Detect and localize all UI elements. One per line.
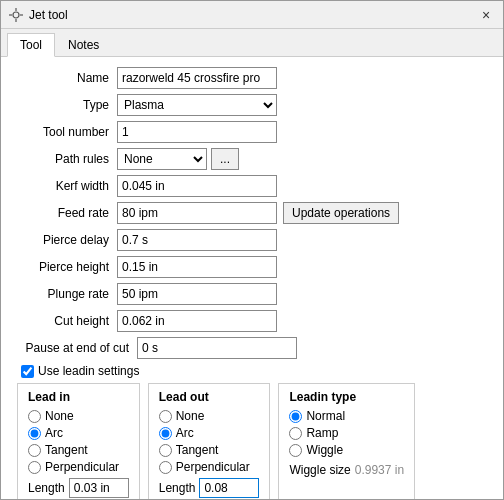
lead-out-perp-row: Perpendicular (159, 460, 260, 474)
kerf-width-input[interactable] (117, 175, 277, 197)
lead-in-none-row: None (28, 409, 129, 423)
tool-number-row: Tool number (17, 121, 487, 143)
lead-out-none-radio[interactable] (159, 410, 172, 423)
pierce-height-row: Pierce height (17, 256, 487, 278)
leadin-normal-row: Normal (289, 409, 404, 423)
pierce-delay-input[interactable] (117, 229, 277, 251)
leadin-ramp-label: Ramp (306, 426, 338, 440)
leadin-normal-label: Normal (306, 409, 345, 423)
pause-input[interactable] (137, 337, 297, 359)
path-rules-select[interactable]: None (117, 148, 207, 170)
lead-out-perpendicular-radio[interactable] (159, 461, 172, 474)
path-rules-dropdown-row: None ... (117, 148, 239, 170)
wiggle-size-value: 0.9937 in (355, 463, 404, 477)
type-select[interactable]: Plasma Laser Waterjet (117, 94, 277, 116)
lead-out-none-label: None (176, 409, 205, 423)
plunge-rate-input[interactable] (117, 283, 277, 305)
window-title: Jet tool (29, 8, 68, 22)
lead-out-arc-radio[interactable] (159, 427, 172, 440)
feed-rate-input[interactable] (117, 202, 277, 224)
lead-in-length-row: Length (28, 478, 129, 498)
lead-out-box: Lead out None Arc Tangent Perpendicular (148, 383, 271, 499)
wiggle-size-row: Wiggle size 0.9937 in (289, 463, 404, 477)
title-bar: Jet tool × (1, 1, 503, 29)
pierce-height-label: Pierce height (17, 260, 117, 274)
leadin-normal-radio[interactable] (289, 410, 302, 423)
lead-in-arc-label: Arc (45, 426, 63, 440)
feed-rate-label: Feed rate (17, 206, 117, 220)
pause-label: Pause at end of cut (17, 341, 137, 355)
tool-number-label: Tool number (17, 125, 117, 139)
jet-tool-icon (9, 8, 23, 22)
lead-in-box: Lead in None Arc Tangent Perpendicular (17, 383, 140, 499)
wiggle-size-label: Wiggle size (289, 463, 350, 477)
tool-number-input[interactable] (117, 121, 277, 143)
leadin-type-box: Leadin type Normal Ramp Wiggle Wiggle si… (278, 383, 415, 499)
form-content: Name Type Plasma Laser Waterjet Tool num… (1, 57, 503, 499)
lead-in-perpendicular-radio[interactable] (28, 461, 41, 474)
leadin-type-title: Leadin type (289, 390, 404, 404)
name-input[interactable] (117, 67, 277, 89)
leadin-wiggle-row: Wiggle (289, 443, 404, 457)
leadin-ramp-row: Ramp (289, 426, 404, 440)
lead-out-length-input[interactable] (199, 478, 259, 498)
lead-out-tangent-row: Tangent (159, 443, 260, 457)
leadin-wiggle-radio[interactable] (289, 444, 302, 457)
lead-in-perp-row: Perpendicular (28, 460, 129, 474)
pause-row: Pause at end of cut (17, 337, 487, 359)
lead-in-perpendicular-label: Perpendicular (45, 460, 119, 474)
type-row: Type Plasma Laser Waterjet (17, 94, 487, 116)
lead-in-length-label: Length (28, 481, 65, 495)
lead-out-arc-label: Arc (176, 426, 194, 440)
lead-out-none-row: None (159, 409, 260, 423)
path-rules-row: Path rules None ... (17, 148, 487, 170)
use-leadin-row: Use leadin settings (17, 364, 487, 378)
lead-in-tangent-label: Tangent (45, 443, 88, 457)
close-button[interactable]: × (477, 6, 495, 24)
lead-in-tangent-radio[interactable] (28, 444, 41, 457)
lead-in-title: Lead in (28, 390, 129, 404)
tab-bar: Tool Notes (1, 29, 503, 57)
tab-tool[interactable]: Tool (7, 33, 55, 57)
lead-out-length-label: Length (159, 481, 196, 495)
path-rules-label: Path rules (17, 152, 117, 166)
lead-in-none-label: None (45, 409, 74, 423)
pierce-delay-label: Pierce delay (17, 233, 117, 247)
plunge-rate-row: Plunge rate (17, 283, 487, 305)
cut-height-row: Cut height (17, 310, 487, 332)
name-row: Name (17, 67, 487, 89)
name-label: Name (17, 71, 117, 85)
lead-in-length-input[interactable] (69, 478, 129, 498)
leadin-wiggle-label: Wiggle (306, 443, 343, 457)
cut-height-label: Cut height (17, 314, 117, 328)
lead-out-tangent-radio[interactable] (159, 444, 172, 457)
update-operations-button[interactable]: Update operations (283, 202, 399, 224)
jet-tool-window: Jet tool × Tool Notes Name Type Plasma L… (0, 0, 504, 500)
lead-columns: Lead in None Arc Tangent Perpendicular (17, 383, 487, 499)
svg-point-0 (13, 12, 19, 18)
kerf-width-row: Kerf width (17, 175, 487, 197)
plunge-rate-label: Plunge rate (17, 287, 117, 301)
cut-height-input[interactable] (117, 310, 277, 332)
lead-in-arc-radio[interactable] (28, 427, 41, 440)
lead-in-none-radio[interactable] (28, 410, 41, 423)
lead-out-length-row: Length (159, 478, 260, 498)
lead-out-perpendicular-label: Perpendicular (176, 460, 250, 474)
leadin-ramp-radio[interactable] (289, 427, 302, 440)
title-bar-left: Jet tool (9, 8, 68, 22)
lead-out-arc-row: Arc (159, 426, 260, 440)
lead-out-tangent-label: Tangent (176, 443, 219, 457)
use-leadin-label: Use leadin settings (38, 364, 139, 378)
feed-rate-row: Feed rate Update operations (17, 202, 487, 224)
lead-out-title: Lead out (159, 390, 260, 404)
use-leadin-checkbox[interactable] (21, 365, 34, 378)
lead-in-tangent-row: Tangent (28, 443, 129, 457)
pierce-delay-row: Pierce delay (17, 229, 487, 251)
kerf-width-label: Kerf width (17, 179, 117, 193)
tab-notes[interactable]: Notes (55, 33, 112, 56)
path-rules-dots-button[interactable]: ... (211, 148, 239, 170)
type-label: Type (17, 98, 117, 112)
pierce-height-input[interactable] (117, 256, 277, 278)
lead-in-arc-row: Arc (28, 426, 129, 440)
